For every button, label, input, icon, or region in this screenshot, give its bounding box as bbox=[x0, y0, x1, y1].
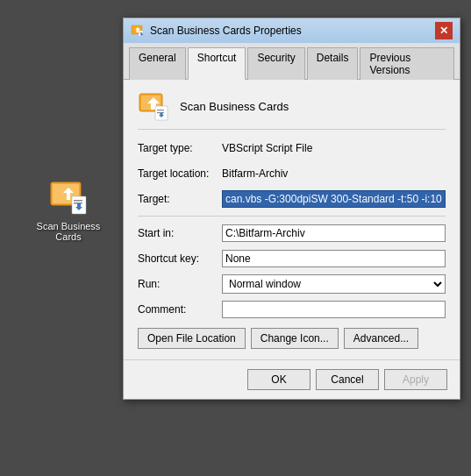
app-header: Scan Business Cards bbox=[138, 90, 446, 130]
target-input[interactable] bbox=[222, 190, 446, 208]
svg-rect-3 bbox=[74, 200, 82, 202]
run-label: Run: bbox=[138, 278, 222, 290]
properties-dialog: Scan Business Cards Properties ✕ General… bbox=[123, 18, 460, 400]
target-location-value: Bitfarm-Archiv bbox=[222, 167, 288, 180]
run-row: Run: Normal window Minimized Maximized bbox=[138, 274, 446, 294]
advanced-button[interactable]: Advanced... bbox=[344, 328, 418, 349]
target-type-value: VBScript Script File bbox=[222, 142, 312, 154]
titlebar-left: Scan Business Cards Properties bbox=[131, 24, 302, 38]
cancel-button[interactable]: Cancel bbox=[316, 369, 379, 390]
app-header-icon bbox=[138, 90, 169, 122]
desktop-icon[interactable]: Scan Business Cards bbox=[33, 175, 103, 242]
comment-input[interactable] bbox=[222, 301, 446, 318]
start-in-input[interactable] bbox=[222, 224, 446, 242]
tab-bar: General Shortcut Security Details Previo… bbox=[124, 43, 460, 80]
shortcut-key-input[interactable] bbox=[222, 250, 446, 267]
dialog-footer: OK Cancel Apply bbox=[124, 359, 460, 399]
ok-button[interactable]: OK bbox=[247, 369, 310, 390]
dialog-titlebar: Scan Business Cards Properties ✕ bbox=[124, 18, 460, 43]
open-file-location-button[interactable]: Open File Location bbox=[138, 328, 246, 349]
comment-row: Comment: bbox=[138, 300, 446, 319]
target-location-label: Target location: bbox=[138, 167, 222, 180]
tab-shortcut[interactable]: Shortcut bbox=[188, 47, 246, 80]
comment-label: Comment: bbox=[138, 303, 222, 316]
start-in-row: Start in: bbox=[138, 224, 446, 243]
tab-general[interactable]: General bbox=[129, 47, 186, 80]
dialog-title-icon bbox=[131, 24, 145, 38]
target-label: Target: bbox=[138, 193, 222, 205]
desktop-icon-image bbox=[47, 175, 89, 217]
shortcut-key-label: Shortcut key: bbox=[138, 252, 222, 265]
target-location-row: Target location: Bitfarm-Archiv bbox=[138, 164, 446, 183]
tab-details[interactable]: Details bbox=[307, 47, 359, 80]
target-type-row: Target type: VBScript Script File bbox=[138, 139, 446, 158]
target-row: Target: bbox=[138, 189, 446, 209]
run-select[interactable]: Normal window Minimized Maximized bbox=[222, 274, 446, 294]
apply-button[interactable]: Apply bbox=[384, 369, 447, 390]
app-name-label: Scan Business Cards bbox=[180, 100, 289, 113]
dialog-title-text: Scan Business Cards Properties bbox=[150, 25, 302, 37]
target-type-label: Target type: bbox=[138, 142, 222, 154]
tab-previous-versions[interactable]: Previous Versions bbox=[360, 47, 454, 80]
change-icon-button[interactable]: Change Icon... bbox=[251, 328, 339, 349]
start-in-label: Start in: bbox=[138, 227, 222, 239]
desktop-icon-label: Scan Business Cards bbox=[33, 221, 103, 242]
shortcut-key-row: Shortcut key: bbox=[138, 249, 446, 268]
dialog-close-button[interactable]: ✕ bbox=[435, 22, 453, 39]
tab-security[interactable]: Security bbox=[247, 47, 304, 80]
dialog-body: Scan Business Cards Target type: VBScrip… bbox=[124, 80, 460, 359]
svg-rect-11 bbox=[157, 110, 164, 110]
separator-1 bbox=[138, 216, 446, 217]
action-buttons: Open File Location Change Icon... Advanc… bbox=[138, 328, 446, 349]
